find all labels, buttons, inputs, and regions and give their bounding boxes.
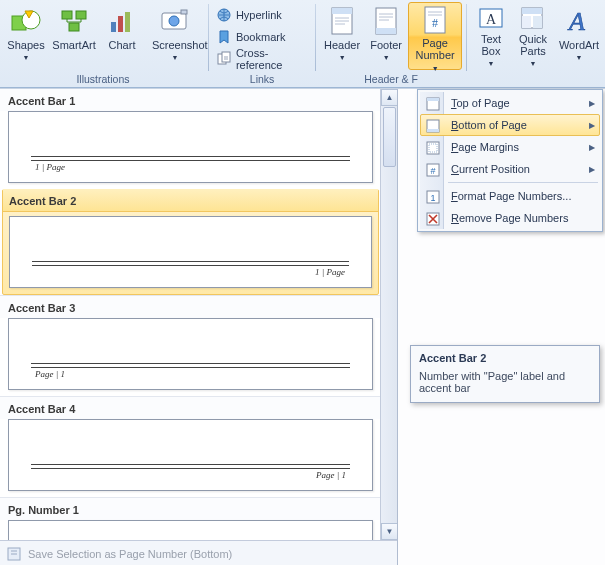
bookmark-button[interactable]: Bookmark: [213, 26, 293, 48]
crossref-icon: [216, 51, 232, 67]
menu-top-of-page[interactable]: Top of Page ▶: [420, 92, 600, 114]
svg-rect-8: [125, 12, 130, 32]
quickparts-button[interactable]: Quick Parts ▼: [511, 2, 555, 70]
shapes-label: Shapes: [7, 39, 44, 51]
gallery-preview: Page | 1: [8, 419, 373, 491]
gallery-item-title: Accent Bar 1: [0, 89, 381, 111]
screenshot-button[interactable]: Screenshot ▼: [146, 2, 204, 70]
format-page-numbers-icon: 1: [425, 189, 441, 205]
gallery-item[interactable]: [0, 520, 381, 540]
group-headerfooter: Header ▼ Footer ▼ # Page Number ▼ Header…: [318, 0, 464, 87]
footer-label: Footer: [370, 39, 402, 51]
gallery-item[interactable]: Page | 1: [0, 318, 381, 396]
separator: [208, 4, 209, 71]
separator: [466, 4, 467, 71]
save-selection-icon: [6, 546, 22, 562]
crossref-button[interactable]: Cross-reference: [213, 48, 311, 70]
footer-button[interactable]: Footer ▼: [364, 2, 408, 70]
gallery-item[interactable]: Accent Bar 21 | Page: [2, 189, 379, 295]
smartart-button[interactable]: SmartArt: [50, 2, 98, 70]
submenu-arrow-icon: ▶: [589, 143, 595, 152]
svg-text:#: #: [432, 16, 438, 30]
group-text: A Text Box ▼ Quick Parts ▼ A WordArt ▼: [469, 0, 605, 87]
menu-current-position[interactable]: # Current Position ▶: [420, 158, 600, 180]
svg-text:A: A: [486, 12, 497, 27]
svg-text:A: A: [567, 7, 585, 36]
footer-icon: [370, 5, 402, 37]
textbox-button[interactable]: A Text Box ▼: [471, 2, 511, 70]
quickparts-label: Quick Parts: [513, 33, 553, 57]
gallery-footer: Save Selection as Page Number (Bottom): [0, 540, 397, 565]
svg-rect-32: [427, 129, 439, 132]
dropdown-caret-icon: ▼: [576, 52, 583, 64]
shapes-button[interactable]: Shapes ▼: [2, 2, 50, 70]
svg-rect-24: [522, 8, 542, 14]
svg-point-10: [169, 16, 179, 26]
crossref-label: Cross-reference: [236, 47, 304, 71]
svg-rect-3: [62, 11, 72, 19]
svg-rect-25: [522, 16, 531, 28]
scrollbar[interactable]: ▲ ▼: [380, 89, 397, 540]
scroll-down-button[interactable]: ▼: [381, 523, 397, 540]
gallery-preview-text: 1 | Page: [35, 162, 65, 172]
submenu-arrow-icon: ▶: [589, 121, 595, 130]
dropdown-caret-icon: ▼: [488, 58, 495, 70]
menu-bottom-of-page[interactable]: Bottom of Page ▶: [420, 114, 600, 136]
wordart-button[interactable]: A WordArt ▼: [555, 2, 603, 70]
gallery-item[interactable]: 1 | Page: [0, 111, 381, 189]
svg-rect-11: [181, 10, 187, 14]
separator: [315, 4, 316, 71]
svg-rect-4: [76, 11, 86, 19]
group-illustrations: Shapes ▼ SmartArt Chart Screenshot: [0, 0, 206, 87]
hyperlink-icon: [216, 7, 232, 23]
gallery-preview-text: Page | 1: [316, 470, 346, 480]
top-of-page-icon: [425, 96, 441, 112]
header-button[interactable]: Header ▼: [320, 2, 364, 70]
group-label-headerfooter: Header & F: [320, 73, 462, 87]
scroll-thumb[interactable]: [383, 107, 396, 167]
hyperlink-button[interactable]: Hyperlink: [213, 4, 289, 26]
ribbon: Shapes ▼ SmartArt Chart Screenshot: [0, 0, 605, 88]
current-position-icon: #: [425, 162, 441, 178]
gallery-preview: 1 | Page: [8, 111, 373, 183]
dropdown-caret-icon: ▼: [383, 52, 390, 64]
screenshot-icon: [159, 5, 191, 37]
header-label: Header: [324, 39, 360, 51]
svg-rect-7: [118, 16, 123, 32]
pagenumber-icon: #: [419, 5, 451, 35]
gallery-item-title: Accent Bar 2: [3, 189, 378, 212]
screenshot-label: Screenshot: [152, 39, 198, 51]
gallery-item-title: Pg. Number 1: [0, 497, 381, 520]
group-label-text: [471, 73, 603, 87]
menu-separator: [448, 182, 598, 183]
submenu-arrow-icon: ▶: [589, 165, 595, 174]
pagenumber-menu: Top of Page ▶ Bottom of Page ▶ Page Marg…: [417, 89, 603, 232]
header-icon: [326, 5, 358, 37]
group-label-illustrations: Illustrations: [2, 73, 204, 87]
tooltip: Accent Bar 2 Number with "Page" label an…: [410, 345, 600, 403]
pagenumber-button[interactable]: # Page Number ▼: [408, 2, 462, 70]
gallery-item[interactable]: Page | 1: [0, 419, 381, 497]
gallery-footer-label: Save Selection as Page Number (Bottom): [28, 548, 232, 560]
menu-remove-page-numbers[interactable]: Remove Page Numbers: [420, 207, 600, 229]
submenu-arrow-icon: ▶: [589, 99, 595, 108]
gallery-preview: 1 | Page: [9, 216, 372, 288]
textbox-icon: A: [475, 5, 507, 31]
svg-text:1: 1: [430, 193, 435, 203]
page-margins-icon: [425, 140, 441, 156]
bottom-of-page-icon: [425, 118, 441, 134]
bookmark-icon: [216, 29, 232, 45]
svg-rect-18: [376, 28, 396, 34]
menu-page-margins[interactable]: Page Margins ▶: [420, 136, 600, 158]
menu-format-page-numbers[interactable]: 1 Format Page Numbers...: [420, 185, 600, 207]
group-links: Hyperlink Bookmark Cross-reference Links: [211, 0, 313, 87]
svg-rect-26: [533, 16, 542, 28]
chart-label: Chart: [109, 39, 136, 51]
pagenumber-gallery: Accent Bar 11 | PageAccent Bar 21 | Page…: [0, 89, 398, 565]
scroll-up-button[interactable]: ▲: [381, 89, 397, 106]
svg-rect-30: [427, 98, 439, 101]
chart-button[interactable]: Chart: [98, 2, 146, 70]
gallery-preview-text: 1 | Page: [315, 267, 345, 277]
gallery-preview: Page | 1: [8, 318, 373, 390]
svg-text:#: #: [430, 166, 435, 176]
